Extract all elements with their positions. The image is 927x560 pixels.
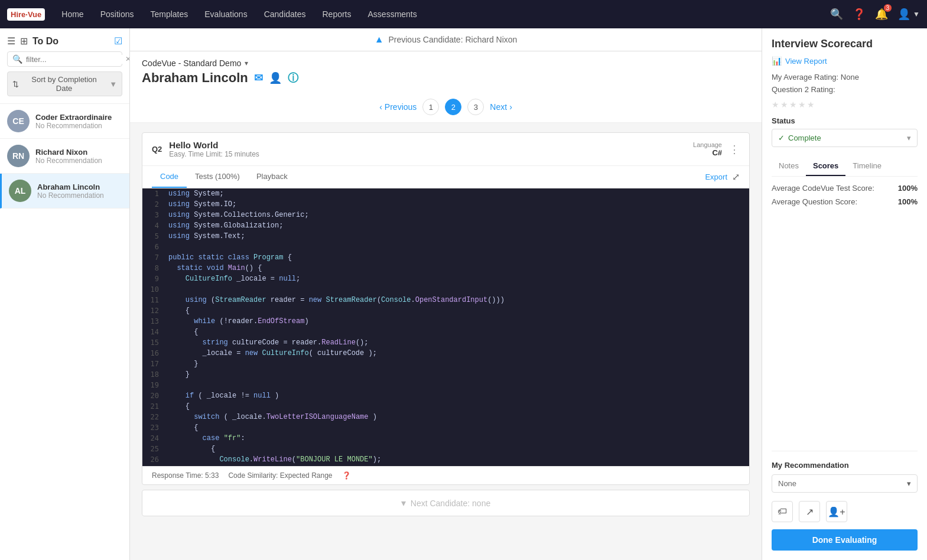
sort-chevron-icon: ▼: [109, 80, 117, 89]
avatar: AL: [9, 180, 31, 202]
recommendation-label: My Recommendation: [772, 461, 918, 470]
question-header: Q2 Hello World Easy. Time Limit: 15 minu…: [142, 133, 749, 166]
code-line: 11 using (StreamReader reader = new Stre…: [142, 295, 749, 305]
star-3[interactable]: ★: [789, 100, 797, 109]
question-card: Q2 Hello World Easy. Time Limit: 15 minu…: [142, 132, 750, 485]
line-code: break;: [164, 465, 749, 466]
info-icon[interactable]: ⓘ: [288, 71, 298, 85]
candidate-item-active[interactable]: AL Abraham Lincoln No Recommendation: [0, 174, 129, 209]
star-rating[interactable]: ★ ★ ★ ★ ★: [772, 100, 918, 109]
scorecard-panel: Interview Scorecard 📊 View Report My Ave…: [762, 28, 927, 560]
tab-scores[interactable]: Scores: [806, 157, 845, 176]
nav-positions[interactable]: Positions: [93, 6, 141, 22]
line-code: using System.IO;: [164, 199, 749, 210]
code-line: 8 static void Main() {: [142, 263, 749, 274]
main-content: ▲ Previous Candidate: Richard Nixon Code…: [130, 28, 762, 560]
line-code: [164, 242, 749, 252]
star-1[interactable]: ★: [772, 100, 779, 109]
sort-label: Sort by Completion Date: [22, 75, 106, 93]
status-select[interactable]: ✓ Complete ▾: [772, 129, 918, 147]
search-bar: 🔍 ✕: [7, 51, 122, 67]
position-name[interactable]: CodeVue - Standard Demo ▾: [142, 58, 750, 68]
status-label: Status: [772, 116, 918, 125]
line-number: 1: [142, 188, 164, 199]
line-number: 9: [142, 274, 164, 284]
add-user-button[interactable]: 👤+: [826, 501, 847, 522]
prev-candidate-bar[interactable]: ▲ Previous Candidate: Richard Nixon: [130, 28, 762, 51]
done-evaluating-button[interactable]: Done Evaluating: [772, 529, 918, 551]
help-icon[interactable]: ❓: [853, 8, 866, 21]
candidate-item[interactable]: RN Richard Nixon No Recommendation: [0, 139, 129, 174]
export-button[interactable]: Export: [705, 172, 727, 181]
check-icon[interactable]: ☑: [114, 35, 122, 47]
tab-playback[interactable]: Playback: [248, 166, 296, 188]
nav-evaluations[interactable]: Evaluations: [197, 6, 254, 22]
code-line: 24 case "fr":: [142, 433, 749, 444]
share-button[interactable]: ↗: [799, 501, 820, 522]
question-language: Language C#: [693, 141, 722, 157]
user-menu-button[interactable]: 👤 ▼: [897, 8, 920, 21]
status-chevron-icon: ▾: [907, 134, 911, 142]
navbar: Hire·Vue Home Positions Templates Evalua…: [0, 0, 927, 28]
view-toggle: ☰ ⊞ To Do ☑: [7, 35, 122, 47]
chevron-up-icon: ▲: [375, 34, 384, 45]
nav-reports[interactable]: Reports: [315, 6, 358, 22]
tag-button[interactable]: 🏷: [772, 501, 793, 522]
star-2[interactable]: ★: [780, 100, 788, 109]
next-candidate-bar[interactable]: ▾ Next Candidate: none: [142, 490, 750, 516]
code-line: 13 while (!reader.EndOfStream): [142, 316, 749, 327]
code-line: 10: [142, 284, 749, 295]
tab-code[interactable]: Code: [152, 166, 187, 188]
candidate-name-text: Abraham Lincoln: [142, 70, 248, 86]
line-code: case "fr":: [164, 433, 749, 444]
avg-question-label: Average Question Score:: [772, 197, 857, 206]
code-line: 19: [142, 380, 749, 390]
logo[interactable]: Hire·Vue: [7, 8, 45, 21]
line-code: {: [164, 327, 749, 337]
tab-timeline[interactable]: Timeline: [845, 157, 889, 176]
list-view-icon[interactable]: ☰: [7, 35, 15, 47]
line-code: public static class Program {: [164, 252, 749, 263]
profile-icon[interactable]: 👤: [269, 71, 282, 84]
filter-input[interactable]: [26, 55, 125, 64]
line-number: 25: [142, 444, 164, 454]
sort-button[interactable]: ⇅ Sort by Completion Date ▼: [7, 71, 122, 96]
code-line: 20 if ( _locale != null ): [142, 390, 749, 401]
line-code: using (StreamReader reader = new StreamR…: [164, 295, 749, 305]
nav-home[interactable]: Home: [54, 6, 90, 22]
help-icon[interactable]: ❓: [342, 471, 351, 480]
star-5[interactable]: ★: [807, 100, 815, 109]
page-2-active[interactable]: 2: [445, 99, 461, 115]
line-number: 20: [142, 390, 164, 401]
tab-tests[interactable]: Tests (100%): [187, 166, 248, 188]
grid-view-icon[interactable]: ⊞: [20, 35, 28, 47]
notifications-icon[interactable]: 🔔 3: [875, 8, 888, 21]
nav-templates[interactable]: Templates: [143, 6, 195, 22]
nav-candidates[interactable]: Candidates: [257, 6, 313, 22]
email-icon[interactable]: ✉: [254, 71, 263, 84]
clear-search-icon[interactable]: ✕: [125, 55, 130, 63]
code-line: 4 using System.Globalization;: [142, 220, 749, 231]
question-title: Hello World: [169, 140, 693, 150]
status-select-wrap: ✓ Complete ▾: [772, 129, 918, 147]
expand-icon[interactable]: ⤢: [732, 171, 740, 183]
candidate-header: CodeVue - Standard Demo ▾ Abraham Lincol…: [130, 51, 762, 123]
line-code: using System.Globalization;: [164, 220, 749, 231]
code-line: 1 using System;: [142, 188, 749, 199]
avatar: CE: [7, 110, 30, 132]
recommendation-select[interactable]: None ▾: [772, 474, 918, 493]
tab-notes[interactable]: Notes: [772, 157, 806, 176]
more-options-icon[interactable]: ⋮: [729, 143, 740, 156]
previous-button[interactable]: ‹ Previous: [379, 102, 417, 112]
candidate-item[interactable]: CE Coder Extraordinaire No Recommendatio…: [0, 104, 129, 139]
page-1[interactable]: 1: [422, 99, 439, 115]
nav-assessments[interactable]: Assessments: [361, 6, 424, 22]
next-button[interactable]: Next ›: [490, 102, 512, 112]
view-report-link[interactable]: 📊 View Report: [772, 56, 918, 66]
star-4[interactable]: ★: [798, 100, 806, 109]
search-icon[interactable]: 🔍: [830, 8, 843, 21]
page-3[interactable]: 3: [467, 99, 484, 115]
line-code: while (!reader.EndOfStream): [164, 316, 749, 327]
line-code: using System;: [164, 188, 749, 199]
question-number: Q2: [152, 145, 162, 154]
